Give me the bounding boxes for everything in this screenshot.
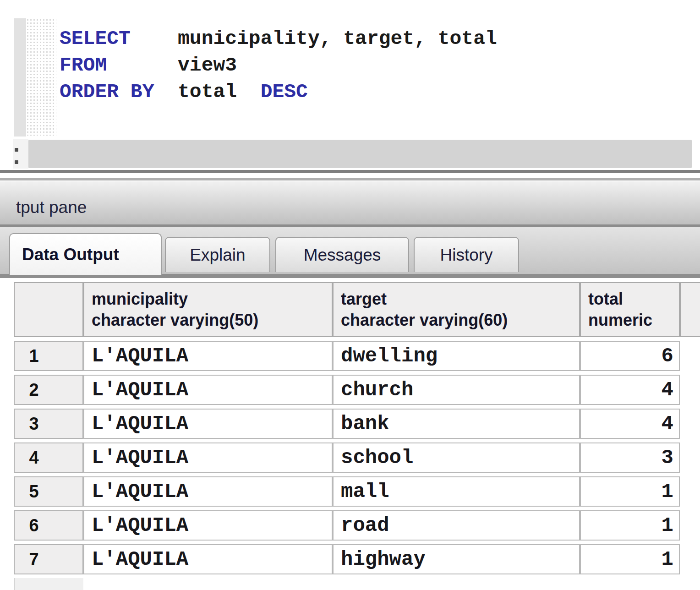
column-type: character varying(60) xyxy=(341,310,576,331)
grip-dot-icon xyxy=(15,160,18,164)
column-type: numeric xyxy=(588,310,676,331)
sql-keyword: FROM xyxy=(60,54,107,76)
column-name: municipality xyxy=(92,289,329,310)
municipality-cell[interactable]: L'AQUILA xyxy=(83,409,333,439)
tab-messages[interactable]: Messages xyxy=(275,237,409,272)
tab-label: Explain xyxy=(190,246,245,265)
toolbar-bar xyxy=(28,140,692,168)
target-cell[interactable]: dwelling xyxy=(333,341,580,371)
tab-label: History xyxy=(440,246,492,265)
row-number-cell[interactable]: 4 xyxy=(14,442,83,473)
row-number-cell[interactable]: 6 xyxy=(14,510,83,541)
sql-keyword: ORDER BY xyxy=(60,81,154,103)
table-row: 5L'AQUILAmall1 xyxy=(14,476,680,507)
column-type: character varying(50) xyxy=(92,310,329,331)
total-cell[interactable]: 6 xyxy=(580,341,680,371)
target-cell[interactable]: highway xyxy=(333,544,580,574)
sql-keyword: DESC xyxy=(261,81,308,103)
tab-label: Messages xyxy=(304,246,381,265)
tab-data-output[interactable]: Data Output xyxy=(9,233,162,275)
tab-explain[interactable]: Explain xyxy=(165,237,270,272)
table-row: 1L'AQUILAdwelling6 xyxy=(14,341,680,371)
pane-splitter-shadow xyxy=(0,178,700,180)
table-header-row: municipalitycharacter varying(50)targetc… xyxy=(14,282,680,337)
sql-text: total xyxy=(154,81,260,103)
total-cell[interactable]: 4 xyxy=(580,409,680,439)
municipality-cell[interactable]: L'AQUILA xyxy=(83,341,333,371)
row-number-cell[interactable]: 3 xyxy=(14,409,83,439)
target-cell[interactable]: bank xyxy=(333,409,580,439)
result-table: municipalitycharacter varying(50)targetc… xyxy=(14,279,680,578)
sql-line-2: FROM view3 xyxy=(60,52,497,79)
sql-line-3: ORDER BY total DESC xyxy=(60,79,497,105)
column-header-total[interactable]: totalnumeric xyxy=(580,282,680,337)
total-cell[interactable]: 4 xyxy=(580,375,680,405)
column-name: total xyxy=(588,289,676,310)
output-pane-header: tput pane xyxy=(0,181,700,224)
column-name: target xyxy=(341,289,576,310)
total-cell[interactable]: 1 xyxy=(580,510,680,541)
toolbar-grip[interactable] xyxy=(13,139,28,169)
pgadmin-query-window: { "sql_editor": { "keyword_color": "#2d2… xyxy=(0,0,700,590)
column-header-target[interactable]: targetcharacter varying(60) xyxy=(333,282,580,337)
total-cell[interactable]: 1 xyxy=(580,476,680,507)
row-number-cell[interactable]: 5 xyxy=(14,476,83,507)
total-cell[interactable]: 3 xyxy=(580,442,680,473)
tab-label: Data Output xyxy=(22,245,119,264)
sql-keyword: SELECT xyxy=(60,27,131,50)
editor-margin-hatch xyxy=(26,18,56,136)
data-output-grid: municipalitycharacter varying(50)targetc… xyxy=(14,279,680,578)
target-cell[interactable]: mall xyxy=(333,476,580,507)
next-row-stub xyxy=(14,578,83,590)
table-row: 6L'AQUILAroad1 xyxy=(14,510,680,541)
municipality-cell[interactable]: L'AQUILA xyxy=(83,375,333,405)
row-number-cell[interactable]: 1 xyxy=(14,341,83,371)
sql-text: municipality, target, total xyxy=(131,27,497,50)
table-row: 7L'AQUILAhighway1 xyxy=(14,544,680,574)
column-header-municipality[interactable]: municipalitycharacter varying(50) xyxy=(83,282,333,337)
sql-line-1: SELECT municipality, target, total xyxy=(60,26,497,52)
municipality-cell[interactable]: L'AQUILA xyxy=(83,476,333,507)
target-cell[interactable]: school xyxy=(333,442,580,473)
pane-splitter[interactable] xyxy=(0,170,700,173)
editor-line-number-gutter xyxy=(14,18,26,137)
municipality-cell[interactable]: L'AQUILA xyxy=(83,544,333,574)
table-row: 4L'AQUILAschool3 xyxy=(14,442,680,473)
grip-dot-icon xyxy=(15,148,18,152)
row-number-cell[interactable]: 7 xyxy=(14,544,83,574)
municipality-cell[interactable]: L'AQUILA xyxy=(83,442,333,473)
table-row: 2L'AQUILAchurch4 xyxy=(14,375,680,405)
output-tab-strip: Data OutputExplainMessagesHistory xyxy=(0,227,700,274)
target-cell[interactable]: road xyxy=(333,510,580,541)
sql-text: view3 xyxy=(107,54,237,76)
municipality-cell[interactable]: L'AQUILA xyxy=(83,510,333,541)
table-row: 3L'AQUILAbank4 xyxy=(14,409,680,439)
row-number-cell[interactable]: 2 xyxy=(14,375,83,405)
tab-history[interactable]: History xyxy=(414,237,519,272)
total-cell[interactable]: 1 xyxy=(580,544,680,574)
table-header-overflow-stub xyxy=(680,282,700,337)
toolbar-strip xyxy=(0,139,700,169)
output-pane-title: tput pane xyxy=(16,198,87,217)
column-header-rownum[interactable] xyxy=(14,282,83,337)
sql-query-editor[interactable]: SELECT municipality, target, totalFROM v… xyxy=(60,26,497,105)
target-cell[interactable]: church xyxy=(333,375,580,405)
